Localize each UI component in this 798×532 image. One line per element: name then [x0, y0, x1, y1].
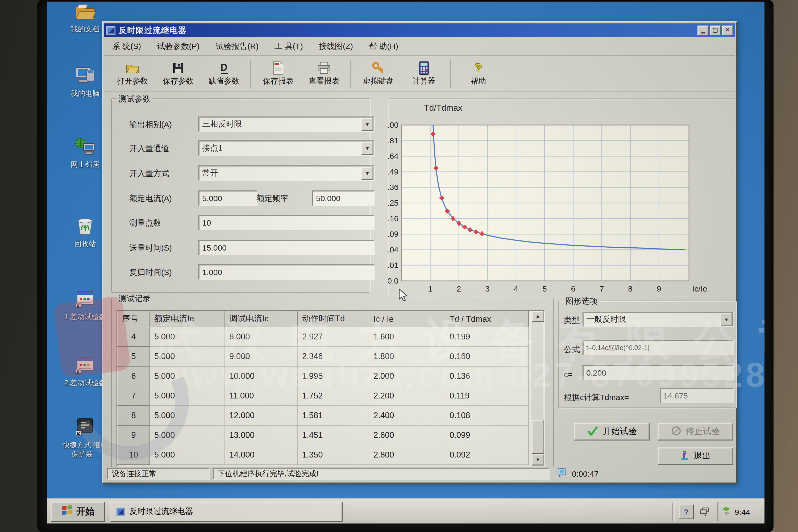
- menu-item-4[interactable]: 工 具(T): [267, 41, 311, 51]
- view-report-button[interactable]: 查看报表: [301, 58, 347, 90]
- param-value: 三相反时限: [202, 119, 242, 129]
- formula-label: 公式: [564, 345, 580, 355]
- scrollbar-thumb[interactable]: [531, 420, 544, 454]
- column-header-4[interactable]: 动作时间Td: [298, 311, 369, 327]
- param-select-2[interactable]: 接点1▼: [198, 140, 375, 156]
- param-value: 5.000: [202, 194, 222, 203]
- save-params-button[interactable]: 保存参数: [155, 58, 201, 90]
- records-table-frame: 序号额定电流Ie调试电流Ic动作时间TdIc / IeTd / Tdmax45.…: [116, 310, 545, 467]
- y-tick-label: 0.25: [388, 198, 398, 207]
- column-header-1[interactable]: 序号: [117, 311, 150, 327]
- exit-door-icon: [680, 450, 689, 462]
- y-tick-label: 0.0: [388, 277, 398, 285]
- table-cell: 5.000: [150, 366, 225, 386]
- menu-item-5[interactable]: 接线图(Z): [311, 41, 361, 51]
- save-report-button[interactable]: 保存报表: [255, 58, 301, 90]
- title-bar[interactable]: 反时限过流继电器 ▁ ▢ ✕: [104, 23, 735, 37]
- table-cell: 0.119: [445, 386, 529, 406]
- table-cell: 2.346: [298, 347, 369, 366]
- virtual-keyboard-button[interactable]: 虚拟键盘: [355, 58, 401, 90]
- calculator-icon: [419, 61, 429, 75]
- save-params-label: 保存参数: [163, 76, 194, 86]
- close-button[interactable]: ✕: [722, 25, 733, 35]
- scroll-up-icon[interactable]: ▲: [531, 311, 544, 322]
- stop-test-button: 停止试验: [658, 423, 733, 440]
- virtual-keyboard-label: 虚拟键盘: [363, 76, 394, 86]
- report-icon: [272, 61, 284, 75]
- table-cell: 2.400: [369, 406, 445, 425]
- scroll-down-icon[interactable]: ▼: [531, 454, 544, 466]
- x-tick-label: 5: [543, 284, 547, 293]
- param-input-5[interactable]: 10: [198, 215, 375, 230]
- table-row[interactable]: 45.0008.0002.9271.6000.199: [117, 327, 529, 347]
- menu-item-1[interactable]: 系 统(S): [104, 41, 149, 51]
- test-timer: 0:00:47: [553, 468, 603, 479]
- save-report-label: 保存报表: [263, 76, 294, 86]
- help-button[interactable]: ?帮助: [455, 58, 501, 90]
- param-select-1[interactable]: 三相反时限▼: [198, 116, 375, 132]
- column-header-3[interactable]: 调试电流Ic: [225, 311, 298, 327]
- curve-type-select[interactable]: 一般反时限 ▼: [583, 312, 734, 327]
- start-button[interactable]: 开始: [51, 501, 105, 521]
- app-window: 反时限过流继电器 ▁ ▢ ✕ 系 统(S)试验参数(P)试验报告(R)工 具(T…: [102, 21, 737, 483]
- maximize-button[interactable]: ▢: [710, 25, 721, 35]
- rated-current-input[interactable]: 5.000: [198, 190, 258, 206]
- menu-item-2[interactable]: 试验参数(P): [149, 41, 208, 51]
- type-label: 类型: [564, 316, 580, 326]
- table-row[interactable]: 95.00013.0001.4512.6000.099: [117, 425, 529, 445]
- records-scrollbar[interactable]: ▲ ▼: [531, 311, 543, 465]
- table-row[interactable]: 105.00014.0001.3502.8000.092: [117, 445, 529, 465]
- toolbar-separator: [250, 59, 252, 88]
- row-number-cell: 10: [117, 445, 150, 465]
- column-header-2[interactable]: 额定电流Ie: [150, 311, 225, 327]
- x-axis-label: Ic/Ie: [692, 284, 707, 293]
- param-select-3[interactable]: 常开▼: [198, 166, 375, 181]
- app-shortcut-3-icon: [75, 418, 96, 439]
- chevron-down-icon[interactable]: ▼: [361, 118, 374, 131]
- table-row[interactable]: 55.0009.0002.3461.8000.160: [117, 347, 529, 366]
- chevron-down-icon[interactable]: ▼: [720, 313, 733, 326]
- menu-item-6[interactable]: 帮 助(H): [361, 41, 406, 51]
- column-header-5[interactable]: Ic / Ie: [369, 311, 445, 327]
- chart-title: Td/Tdmax: [424, 103, 462, 113]
- c-value-input[interactable]: 0.200: [583, 365, 734, 380]
- calculator-button[interactable]: 计算器: [401, 58, 447, 90]
- table-cell: 0.160: [445, 347, 529, 366]
- rated-frequency-input[interactable]: 50.000: [312, 190, 375, 206]
- table-cell: 5.000: [150, 327, 225, 347]
- menu-item-3[interactable]: 试验报告(R): [208, 41, 267, 51]
- exit-button[interactable]: 退出: [658, 448, 733, 465]
- param-label-4: 额定电流(A): [129, 194, 172, 204]
- chart-panel: Td/Tdmax1.000.810.640.490.360.250.160.09…: [388, 98, 736, 296]
- table-cell: 0.099: [445, 425, 529, 445]
- table-cell: 2.200: [369, 386, 445, 406]
- x-tick-label: 1: [428, 284, 433, 293]
- help-tray-icon[interactable]: ?: [679, 504, 694, 519]
- param-input-7[interactable]: 1.000: [198, 264, 375, 280]
- table-row[interactable]: 75.00011.0001.7522.2000.119: [117, 386, 529, 406]
- y-tick-label: 0.81: [388, 136, 398, 145]
- chevron-down-icon[interactable]: ▼: [361, 141, 374, 155]
- taskbar-task-active[interactable]: 反时限过流继电器: [110, 501, 343, 521]
- start-test-button[interactable]: 开始试验: [574, 423, 650, 440]
- table-cell: 10.000: [225, 366, 298, 386]
- param-input-6[interactable]: 15.000: [198, 240, 375, 255]
- my-documents-icon: [75, 3, 96, 23]
- open-params-button[interactable]: 打开参数: [110, 58, 155, 90]
- table-row[interactable]: 85.00012.0001.5812.4000.108: [117, 406, 529, 425]
- taskbar: 开始 反时限过流继电器 ? 9:44: [47, 498, 764, 524]
- system-tray[interactable]: 9:44: [717, 502, 759, 521]
- letter-d-icon: D: [221, 61, 227, 75]
- default-params-button[interactable]: D缺省参数: [201, 58, 247, 90]
- restore-windows-icon[interactable]: [698, 505, 712, 518]
- column-header-6[interactable]: Td / Tdmax: [445, 311, 529, 327]
- status-bar: 设备连接正常 下位机程序执行完毕,试验完成! 0:00:47: [105, 467, 734, 480]
- minimize-button[interactable]: ▁: [698, 25, 709, 35]
- param-label-3: 开入量方式: [129, 169, 169, 179]
- help-label: 帮助: [471, 76, 486, 86]
- table-cell: 2.927: [298, 327, 369, 347]
- test-records-group: 测试记录 序号额定电流Ie调试电流Ic动作时间TdIc / IeTd / Tdm…: [111, 298, 554, 470]
- chevron-down-icon[interactable]: ▼: [361, 167, 374, 180]
- table-row[interactable]: 65.00010.0001.9952.0000.136: [117, 366, 529, 386]
- param-value: 15.000: [202, 243, 227, 252]
